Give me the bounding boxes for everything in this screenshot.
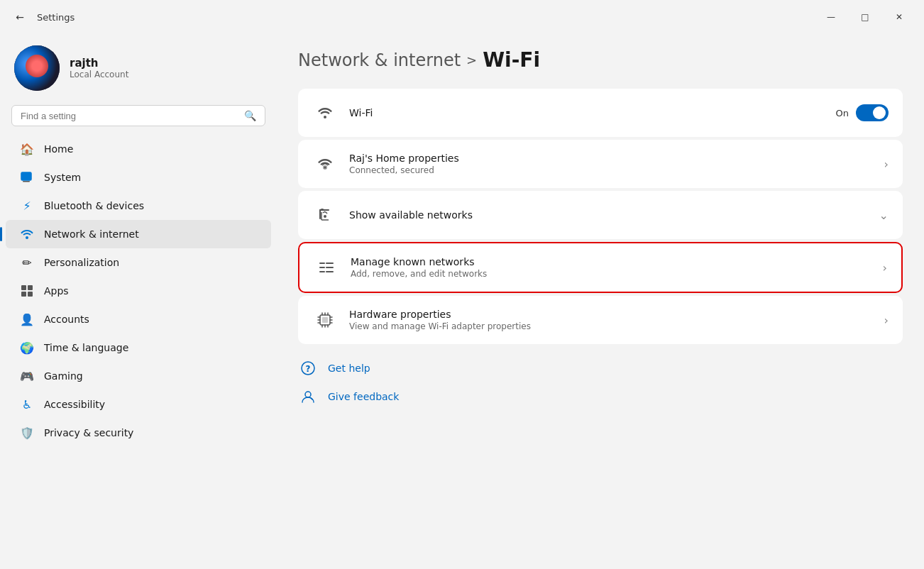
svg-rect-24 bbox=[322, 317, 328, 323]
chevron-right-icon: › bbox=[883, 261, 887, 275]
svg-rect-5 bbox=[28, 285, 33, 290]
svg-point-14 bbox=[324, 215, 326, 218]
network-icon bbox=[20, 227, 34, 241]
time-icon: 🌍 bbox=[20, 341, 34, 355]
home-icon: 🏠 bbox=[20, 142, 34, 156]
svg-rect-1 bbox=[21, 172, 31, 180]
search-input[interactable] bbox=[21, 111, 238, 121]
svg-point-3 bbox=[26, 236, 28, 239]
give-feedback-label: Give feedback bbox=[328, 391, 399, 402]
sidebar-item-label: Accounts bbox=[44, 314, 89, 325]
apps-icon bbox=[20, 284, 34, 298]
svg-rect-4 bbox=[21, 285, 26, 290]
sidebar-item-label: Gaming bbox=[44, 370, 83, 382]
personalization-icon: ✏️ bbox=[20, 255, 34, 270]
sidebar-item-apps[interactable]: Apps bbox=[6, 277, 271, 305]
gaming-icon: 🎮 bbox=[20, 369, 34, 383]
manage-networks-subtitle: Add, remove, and edit networks bbox=[351, 269, 871, 279]
nav-section: 🏠 Home System ⚡ Bluetooth & devices bbox=[0, 132, 277, 450]
sidebar-item-label: Privacy & security bbox=[44, 427, 133, 438]
window-controls: — □ ✕ bbox=[815, 6, 915, 28]
svg-rect-7 bbox=[28, 292, 33, 297]
chip-icon bbox=[312, 307, 338, 333]
get-help-label: Get help bbox=[328, 363, 370, 374]
hardware-properties-row[interactable]: Hardware properties View and manage Wi-F… bbox=[298, 296, 903, 344]
home-network-card: Raj's Home properties Connected, secured… bbox=[298, 140, 903, 188]
wifi-icon bbox=[312, 100, 338, 126]
breadcrumb-parent: Network & internet bbox=[298, 50, 461, 70]
wifi-label: Wi-Fi bbox=[349, 107, 825, 118]
sidebar-item-personalization[interactable]: ✏️ Personalization bbox=[6, 248, 271, 277]
hardware-title: Hardware properties bbox=[349, 309, 873, 320]
available-networks-card: Show available networks ⌄ bbox=[298, 191, 903, 239]
titlebar: ← Settings — □ ✕ bbox=[0, 0, 924, 34]
minimize-button[interactable]: — bbox=[815, 6, 847, 28]
chevron-right-icon: › bbox=[884, 158, 889, 171]
sidebar-item-label: Time & language bbox=[44, 342, 128, 353]
give-feedback-icon bbox=[298, 387, 318, 407]
maximize-button[interactable]: □ bbox=[849, 6, 881, 28]
svg-point-39 bbox=[305, 392, 311, 397]
sidebar-item-network[interactable]: Network & internet bbox=[6, 220, 271, 248]
sidebar-item-label: Accessibility bbox=[44, 399, 105, 410]
sidebar-item-system[interactable]: System bbox=[6, 163, 271, 192]
hardware-subtitle: View and manage Wi-Fi adapter properties bbox=[349, 321, 873, 331]
content-area: Network & internet > Wi-Fi Wi-Fi On bbox=[277, 34, 924, 569]
wifi-toggle-row[interactable]: Wi-Fi On bbox=[298, 89, 903, 137]
manage-networks-row[interactable]: Manage known networks Add, remove, and e… bbox=[299, 243, 901, 292]
bluetooth-icon: ⚡ bbox=[20, 199, 34, 213]
sidebar-item-time[interactable]: 🌍 Time & language bbox=[6, 333, 271, 362]
wifi-lock-icon bbox=[312, 151, 338, 177]
svg-text:?: ? bbox=[306, 364, 311, 374]
sidebar-item-home[interactable]: 🏠 Home bbox=[6, 135, 271, 163]
manage-networks-title: Manage known networks bbox=[351, 256, 871, 267]
get-help-link[interactable]: ? Get help bbox=[298, 358, 903, 378]
get-help-icon: ? bbox=[298, 358, 318, 378]
manage-networks-card: Manage known networks Add, remove, and e… bbox=[298, 242, 903, 293]
available-networks-title: Show available networks bbox=[349, 209, 868, 221]
system-icon bbox=[20, 170, 34, 184]
svg-point-11 bbox=[324, 167, 325, 167]
sidebar-item-accessibility[interactable]: ♿ Accessibility bbox=[6, 390, 271, 419]
sidebar-item-privacy[interactable]: 🛡️ Privacy & security bbox=[6, 419, 271, 447]
sidebar-item-label: Home bbox=[44, 143, 73, 155]
search-icon: 🔍 bbox=[244, 110, 256, 121]
user-account-type: Local Account bbox=[70, 70, 128, 79]
home-network-row[interactable]: Raj's Home properties Connected, secured… bbox=[298, 140, 903, 188]
sidebar-item-label: System bbox=[44, 172, 81, 183]
avatar bbox=[14, 45, 60, 91]
sidebar-item-label: Bluetooth & devices bbox=[44, 200, 144, 211]
breadcrumb-separator: > bbox=[466, 53, 477, 67]
titlebar-title: Settings bbox=[37, 12, 75, 23]
home-network-subtitle: Connected, secured bbox=[349, 165, 873, 175]
sidebar-item-bluetooth[interactable]: ⚡ Bluetooth & devices bbox=[6, 192, 271, 220]
list-icon bbox=[314, 255, 339, 280]
sidebar: rajth Local Account 🔍 🏠 Home bbox=[0, 34, 277, 569]
sidebar-item-label: Personalization bbox=[44, 257, 119, 268]
breadcrumb-current: Wi-Fi bbox=[483, 48, 540, 72]
breadcrumb: Network & internet > Wi-Fi bbox=[298, 48, 903, 72]
close-button[interactable]: ✕ bbox=[883, 6, 915, 28]
search-box[interactable]: 🔍 bbox=[11, 105, 265, 126]
user-name: rajth bbox=[70, 57, 128, 70]
help-section: ? Get help Give feedback bbox=[298, 358, 903, 407]
main-layout: rajth Local Account 🔍 🏠 Home bbox=[0, 34, 924, 569]
user-profile[interactable]: rajth Local Account bbox=[0, 34, 277, 105]
svg-rect-6 bbox=[21, 292, 26, 297]
wifi-toggle-card: Wi-Fi On bbox=[298, 89, 903, 137]
toggle-on-label: On bbox=[836, 108, 849, 118]
chevron-down-icon: ⌄ bbox=[879, 209, 889, 222]
home-network-title: Raj's Home properties bbox=[349, 153, 873, 164]
give-feedback-link[interactable]: Give feedback bbox=[298, 387, 903, 407]
wifi-toggle[interactable] bbox=[856, 104, 889, 121]
sidebar-item-accounts[interactable]: 👤 Accounts bbox=[6, 305, 271, 333]
sidebar-item-label: Network & internet bbox=[44, 228, 139, 240]
sidebar-item-gaming[interactable]: 🎮 Gaming bbox=[6, 362, 271, 390]
privacy-icon: 🛡️ bbox=[20, 426, 34, 440]
hardware-properties-card: Hardware properties View and manage Wi-F… bbox=[298, 296, 903, 344]
accessibility-icon: ♿ bbox=[20, 397, 34, 411]
svg-point-8 bbox=[324, 116, 326, 118]
available-networks-row[interactable]: Show available networks ⌄ bbox=[298, 191, 903, 239]
wifi-signal-icon bbox=[312, 202, 338, 228]
back-button[interactable]: ← bbox=[9, 6, 31, 28]
